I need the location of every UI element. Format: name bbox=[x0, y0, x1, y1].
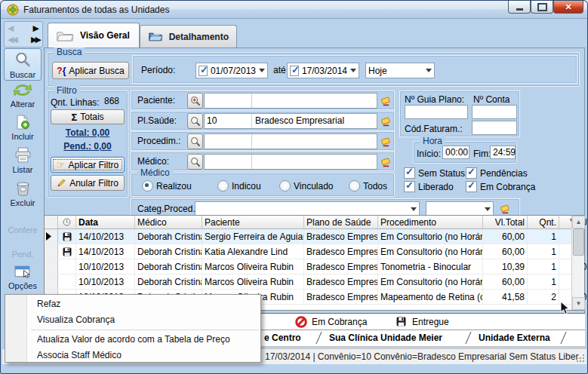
radio-todos[interactable]: Todos bbox=[349, 180, 387, 192]
nav-next-icon[interactable]: ▶ bbox=[33, 23, 39, 34]
resize-grip[interactable] bbox=[576, 354, 585, 363]
conta-input[interactable] bbox=[472, 105, 517, 119]
menu-item-visualiza-cobranca[interactable]: Visualiza Cobrança bbox=[5, 312, 260, 328]
conta-label: Nº Conta bbox=[473, 94, 509, 105]
unit-tab-centro[interactable]: e Centro bbox=[264, 333, 301, 343]
paciente-label: Paciente: bbox=[137, 95, 175, 106]
anular-filtro-button[interactable]: Anular Filtro bbox=[51, 175, 125, 191]
plsaude-code: 10 bbox=[207, 115, 217, 126]
tab-detalhamento[interactable]: Detalhamento bbox=[140, 25, 237, 48]
tab-visao-geral[interactable]: Visão Geral bbox=[48, 23, 140, 48]
pencil-icon bbox=[57, 178, 66, 188]
sidebar-item-incluir[interactable]: Incluir bbox=[4, 115, 42, 145]
sidebar-label: Excluir bbox=[4, 198, 42, 207]
trash-icon bbox=[15, 180, 31, 196]
scroll-down-icon[interactable]: ▼ bbox=[572, 297, 585, 310]
radio-vinculado[interactable]: Vinculado bbox=[279, 180, 334, 192]
inicio-input[interactable]: 00:00 bbox=[442, 146, 469, 159]
sidebar-item-excluir[interactable]: Excluir bbox=[4, 180, 42, 211]
search-plus-icon bbox=[190, 96, 201, 106]
until-label: até bbox=[273, 65, 286, 75]
nav-last-icon[interactable]: ▶▶ bbox=[31, 34, 39, 45]
header-qnt[interactable]: Qnt. bbox=[528, 216, 559, 228]
minimize-button[interactable] bbox=[508, 1, 531, 14]
scroll-up-icon[interactable]: ▲ bbox=[572, 216, 585, 228]
window-cursor-icon bbox=[14, 265, 32, 279]
guia-input[interactable] bbox=[405, 105, 468, 119]
aplicar-busca-button[interactable]: ?{ Aplicar Busca bbox=[52, 62, 129, 79]
row-indicator bbox=[45, 274, 58, 289]
totais-button[interactable]: Σ Totais bbox=[51, 109, 125, 124]
cod-faturam-input[interactable] bbox=[472, 121, 517, 135]
nav-first-icon[interactable]: ◀◀ bbox=[8, 34, 16, 45]
sidebar-item-confere: Confere bbox=[4, 225, 42, 235]
table-row[interactable]: 14/10/2013 Deborah Cristina Sergio Ferre… bbox=[45, 229, 584, 244]
header-procedimento[interactable]: Procedimento bbox=[378, 216, 483, 228]
cell-paciente: Sergio Ferreira de Aguiar bbox=[202, 229, 304, 244]
header-vltotal[interactable]: Vl.Total bbox=[483, 216, 528, 228]
radio-indicou[interactable]: Indicou bbox=[217, 180, 261, 192]
legend-em-cobranca-label: Em Cobrança bbox=[312, 317, 367, 327]
aplicar-busca-label: Aplicar Busca bbox=[69, 66, 124, 76]
date-from-checkbox[interactable] bbox=[199, 66, 208, 76]
mouse-cursor bbox=[560, 301, 570, 315]
sidebar-item-alterar[interactable]: Alterar bbox=[4, 83, 42, 113]
date-to-picker[interactable]: 17/03/2014 bbox=[287, 63, 359, 78]
hora-group-label: Hora bbox=[420, 136, 445, 146]
procedim-input[interactable] bbox=[204, 133, 377, 149]
procedim-search-button[interactable] bbox=[187, 133, 203, 149]
medico-input[interactable] bbox=[204, 154, 377, 170]
cell-qnt: 1 bbox=[528, 259, 559, 274]
date-from-picker[interactable]: 01/07/2013 bbox=[195, 63, 268, 78]
clear-field-icon[interactable] bbox=[380, 94, 393, 107]
plsaude-input[interactable]: 10 Bradesco Empresarial bbox=[204, 113, 377, 129]
sidebar-item-listar[interactable]: Listar bbox=[4, 147, 42, 178]
radio-realizou[interactable]: Realizou bbox=[142, 180, 192, 192]
table-row[interactable]: 14/10/2013 Deborah Cristina Katia Alexan… bbox=[45, 244, 584, 259]
clear-field-icon[interactable] bbox=[380, 155, 393, 168]
checkbox-sem-status[interactable]: Sem Status bbox=[404, 167, 465, 179]
field-row-paciente: Paciente: bbox=[131, 90, 395, 110]
fim-input[interactable]: 24:59 bbox=[490, 146, 516, 159]
nav-prev-icon[interactable]: ◀ bbox=[8, 23, 14, 34]
sidebar-item-buscar[interactable]: Buscar bbox=[4, 48, 42, 81]
header-plano[interactable]: Plano de Saúde bbox=[304, 216, 378, 228]
periodo-label: Período: bbox=[141, 65, 175, 75]
radio-label: Realizou bbox=[156, 181, 192, 192]
range-preset-select[interactable]: Hoje bbox=[365, 63, 435, 78]
date-to-checkbox[interactable] bbox=[290, 66, 299, 76]
medico-search-button[interactable] bbox=[187, 154, 203, 170]
scrollbar-thumb[interactable] bbox=[573, 228, 584, 256]
sidebar-item-opcoes[interactable]: Opções bbox=[4, 265, 42, 295]
checkbox-pendencias[interactable]: Pendências bbox=[466, 167, 528, 179]
header-paciente[interactable]: Paciente bbox=[202, 216, 304, 228]
checkbox-liberado[interactable]: Liberado bbox=[404, 181, 454, 192]
menu-item-refaz[interactable]: Refaz bbox=[5, 296, 260, 312]
header-medico[interactable]: Médico bbox=[135, 216, 202, 228]
checkbox-em-cobranca[interactable]: Em Cobrança bbox=[466, 181, 535, 192]
vertical-scrollbar[interactable]: ▲ ▼ bbox=[571, 216, 584, 310]
unit-tab-meier[interactable]: Sua Clínica Unidade Meier bbox=[329, 333, 442, 343]
categ-select-2[interactable] bbox=[426, 201, 494, 216]
clear-field-icon[interactable] bbox=[380, 135, 393, 148]
table-row[interactable]: 10/10/2013 Deborah Cristina Marcos Olive… bbox=[45, 259, 584, 274]
query-icon: ?{ bbox=[57, 66, 66, 76]
header-data[interactable]: Data bbox=[76, 216, 135, 228]
sidebar-label: Incluir bbox=[4, 132, 42, 141]
radio-label: Todos bbox=[363, 181, 387, 192]
restore-button[interactable] bbox=[531, 1, 553, 14]
plsaude-search-button[interactable] bbox=[187, 113, 203, 129]
clear-field-icon[interactable] bbox=[500, 202, 513, 215]
paciente-search-button[interactable] bbox=[187, 93, 203, 109]
clear-field-icon[interactable] bbox=[380, 115, 393, 127]
table-row[interactable]: 10/10/2013 Deborah Cristina Marcos Olive… bbox=[45, 274, 584, 290]
categ-select-1[interactable] bbox=[195, 201, 420, 216]
paciente-input[interactable] bbox=[204, 93, 377, 109]
aplicar-filtro-button[interactable]: ☞ Aplicar Filtro bbox=[51, 157, 125, 173]
pointing-hand-icon: ☞ bbox=[57, 161, 66, 169]
menu-item-atualiza-valor[interactable]: Atualiza Valor de acordo com a Tabela de… bbox=[5, 332, 260, 348]
unit-tab-externa[interactable]: Unidade Externa bbox=[479, 333, 550, 343]
search-icon bbox=[190, 116, 201, 127]
menu-item-associa-staff[interactable]: Associa Staff Médico bbox=[5, 348, 260, 363]
close-button[interactable]: ✕ bbox=[553, 1, 583, 14]
